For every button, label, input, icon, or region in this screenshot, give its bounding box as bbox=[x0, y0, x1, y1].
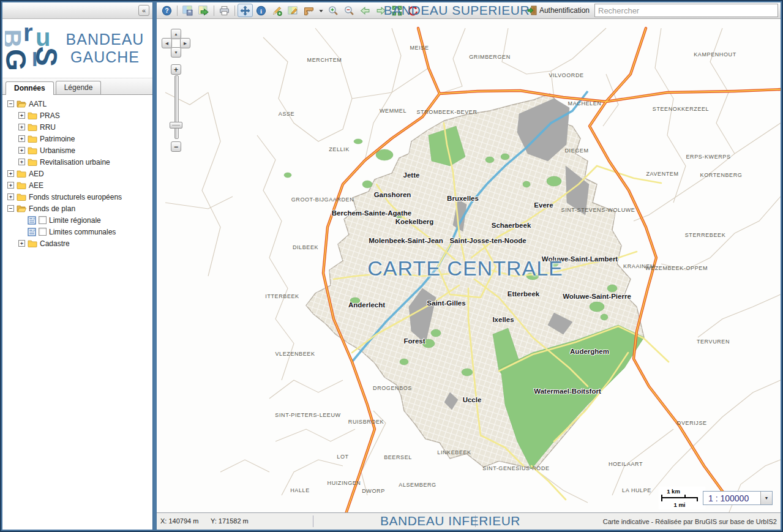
print-button[interactable] bbox=[217, 4, 232, 17]
zoom-slider-track[interactable] bbox=[174, 75, 179, 139]
tree-item-revitalisation-urbaine[interactable]: +Revitalisation urbaine bbox=[2, 156, 152, 168]
draw-button[interactable] bbox=[269, 4, 285, 17]
open-folder-icon bbox=[17, 204, 26, 212]
scale-mi-bar bbox=[661, 497, 698, 501]
expand-node-icon[interactable]: + bbox=[18, 112, 25, 119]
tree-item-label: Fonds structurels européens bbox=[29, 193, 122, 201]
logo-zone: B r u G I S BANDEAU GAUCHE bbox=[2, 19, 152, 78]
pan-left-button[interactable]: ◀ bbox=[162, 38, 172, 48]
measure-caret-icon bbox=[318, 7, 324, 14]
tree-item-aed[interactable]: +AED bbox=[2, 168, 152, 179]
tree-item-label: Limite régionale bbox=[49, 216, 101, 225]
expand-node-icon[interactable]: + bbox=[18, 159, 25, 165]
brugis-application: « B r u G I S BANDEAU GAUCHE Données Lég… bbox=[0, 0, 783, 532]
tree-item-limite-regionale[interactable]: Limite régionale bbox=[2, 214, 152, 226]
info-button[interactable]: i bbox=[253, 4, 269, 17]
scale-km-label: 1 km bbox=[661, 488, 686, 495]
expand-node-icon[interactable]: + bbox=[7, 182, 14, 189]
previous-extent-icon bbox=[360, 6, 370, 16]
tree-item-fonds-structurels-europeens[interactable]: +Fonds structurels européens bbox=[2, 191, 152, 203]
toolbar-separator bbox=[214, 6, 214, 16]
left-panel-header: « bbox=[2, 2, 152, 19]
full-extent-button[interactable] bbox=[389, 4, 405, 17]
folder-icon bbox=[28, 135, 37, 143]
map-navigation: ▲ ◀ ▶ ▼ + − bbox=[162, 24, 193, 157]
save-map-button[interactable] bbox=[180, 4, 195, 17]
tree-item-limites-communales[interactable]: Limites communales bbox=[2, 226, 152, 238]
print-icon bbox=[219, 6, 230, 16]
scale-select[interactable]: 1 : 100000 ▼ bbox=[703, 491, 773, 505]
tree-item-label: AATL bbox=[29, 100, 47, 108]
tree-item-aatl[interactable]: −AATL bbox=[2, 98, 152, 110]
expand-node-icon[interactable]: + bbox=[18, 124, 25, 130]
collapse-node-icon[interactable]: − bbox=[7, 100, 14, 107]
expand-node-icon[interactable]: + bbox=[18, 147, 25, 154]
zoom-out-button[interactable]: − bbox=[171, 141, 181, 152]
full-extent-icon bbox=[392, 6, 402, 16]
map-canvas[interactable]: MERCHTEMMEISEGRIMBERGENKAMPENHOUTVILVOOR… bbox=[157, 19, 781, 512]
tree-item-fonds-de-plan[interactable]: −Fonds de plan bbox=[2, 203, 152, 214]
layer-icon bbox=[28, 228, 36, 236]
pan-button[interactable] bbox=[238, 4, 253, 17]
pan-up-button[interactable]: ▲ bbox=[171, 29, 181, 39]
tree-item-pras[interactable]: +PRAS bbox=[2, 110, 152, 121]
zoom-in-button[interactable] bbox=[326, 4, 341, 17]
tree-item-label: Urbanisme bbox=[40, 146, 75, 155]
scale-value: 1 : 100000 bbox=[703, 493, 760, 503]
login-door-icon bbox=[527, 6, 537, 15]
tree-spacer bbox=[18, 228, 25, 235]
svg-text:i: i bbox=[260, 7, 262, 14]
measure-caret-button[interactable] bbox=[317, 4, 325, 17]
edit-map-icon bbox=[288, 6, 298, 16]
chevron-down-icon[interactable]: ▼ bbox=[760, 492, 772, 504]
zoom-in-button[interactable]: + bbox=[171, 64, 181, 75]
expand-node-icon[interactable]: + bbox=[18, 135, 25, 142]
collapse-node-icon[interactable]: − bbox=[7, 205, 14, 212]
expand-node-icon[interactable]: + bbox=[7, 193, 14, 200]
tree-item-label: Cadastre bbox=[40, 239, 70, 248]
tree-item-label: Patrimoine bbox=[40, 135, 75, 143]
folder-icon bbox=[17, 181, 26, 189]
collapse-panel-button[interactable]: « bbox=[138, 5, 149, 16]
sidebar-tabs: Données Légende bbox=[2, 78, 152, 95]
save-map-icon bbox=[182, 6, 193, 16]
search-input[interactable] bbox=[594, 4, 778, 17]
tree-item-cadastre[interactable]: +Cadastre bbox=[2, 238, 152, 249]
toolbar-separator bbox=[234, 6, 235, 16]
folder-icon bbox=[17, 193, 26, 201]
tree-item-label: Fonds de plan bbox=[29, 204, 75, 213]
export-map-button[interactable] bbox=[196, 4, 211, 17]
pan-down-button[interactable]: ▼ bbox=[171, 47, 181, 58]
tab-donnees[interactable]: Données bbox=[6, 81, 54, 95]
layer-checkbox[interactable] bbox=[39, 216, 47, 224]
folder-icon bbox=[28, 239, 37, 247]
tab-legende[interactable]: Légende bbox=[56, 81, 102, 94]
refresh-button[interactable] bbox=[405, 4, 421, 17]
refresh-icon bbox=[408, 6, 418, 16]
tree-item-rru[interactable]: +RRU bbox=[2, 121, 152, 133]
next-extent-icon bbox=[376, 6, 386, 16]
zoom-slider-handle[interactable] bbox=[170, 122, 182, 129]
map-attribution: Carte indicative - Réalisée par BruGIS s… bbox=[603, 518, 777, 525]
next-extent-button[interactable] bbox=[373, 4, 389, 17]
authentication-button[interactable]: Authentification bbox=[525, 4, 591, 17]
expand-node-icon[interactable]: + bbox=[7, 170, 14, 177]
left-banner-title: BANDEAU GAUCHE bbox=[58, 31, 152, 66]
layer-checkbox[interactable] bbox=[39, 228, 47, 236]
edit-map-button[interactable] bbox=[285, 4, 301, 17]
status-bar: X: 140794 m Y: 171582 m BANDEAU INFERIEU… bbox=[157, 512, 781, 530]
pan-right-button[interactable]: ▶ bbox=[180, 38, 190, 48]
tree-item-aee[interactable]: +AEE bbox=[2, 179, 152, 191]
folder-icon bbox=[28, 158, 37, 166]
tree-item-label: Limites communales bbox=[49, 228, 116, 236]
help-button[interactable]: ? bbox=[159, 4, 174, 17]
zoom-out-button[interactable] bbox=[342, 4, 357, 17]
measure-button[interactable] bbox=[301, 4, 317, 17]
zoom-out-icon bbox=[344, 6, 354, 16]
draw-icon bbox=[272, 6, 282, 16]
expand-node-icon[interactable]: + bbox=[18, 240, 25, 247]
tree-item-patrimoine[interactable]: +Patrimoine bbox=[2, 133, 152, 144]
tree-item-urbanisme[interactable]: +Urbanisme bbox=[2, 144, 152, 156]
export-map-icon bbox=[198, 6, 209, 16]
previous-extent-button[interactable] bbox=[358, 4, 373, 17]
